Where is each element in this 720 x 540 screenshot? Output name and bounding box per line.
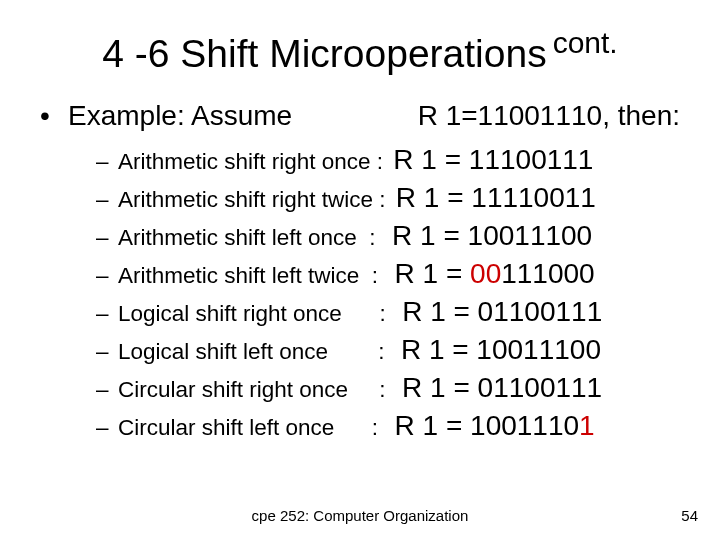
- item-result: R 1 = 11110011: [396, 182, 596, 214]
- item-result: R 1 = 00111000: [395, 258, 595, 290]
- list-item: –Arithmetic shift right twice : R 1 = 11…: [96, 182, 680, 214]
- dash-icon: –: [96, 225, 118, 251]
- list-item: –Logical shift left once : R 1 = 1001110…: [96, 334, 680, 366]
- item-label: Arithmetic shift right twice :: [118, 187, 392, 213]
- item-label: Arithmetic shift left once :: [118, 225, 388, 251]
- slide: 4 -6 Shift Microoperationscont. • Exampl…: [0, 0, 720, 540]
- slide-title: 4 -6 Shift Microoperationscont.: [40, 26, 680, 76]
- dash-icon: –: [96, 187, 118, 213]
- dash-icon: –: [96, 263, 118, 289]
- shift-list: –Arithmetic shift right once : R 1 = 111…: [40, 144, 680, 442]
- item-result: R 1 = 11100111: [393, 144, 593, 176]
- list-item: –Arithmetic shift left once : R 1 = 1001…: [96, 220, 680, 252]
- dash-icon: –: [96, 339, 118, 365]
- list-item: –Circular shift right once : R 1 = 01100…: [96, 372, 680, 404]
- list-item: –Arithmetic shift right once : R 1 = 111…: [96, 144, 680, 176]
- dash-icon: –: [96, 415, 118, 441]
- item-label: Logical shift left once :: [118, 339, 397, 365]
- highlight: 00: [470, 258, 501, 289]
- item-result: R 1 = 10011100: [401, 334, 601, 366]
- example-text: Example: Assume R 1=11001110, then:: [68, 100, 680, 132]
- example-condition: R 1=11001110, then:: [418, 100, 680, 132]
- page-number: 54: [681, 507, 698, 524]
- highlight: 1: [579, 410, 595, 441]
- item-label: Arithmetic shift left twice :: [118, 263, 391, 289]
- item-label: Arithmetic shift right once :: [118, 149, 389, 175]
- dash-icon: –: [96, 301, 118, 327]
- dash-icon: –: [96, 149, 118, 175]
- bullet-icon: •: [40, 100, 68, 132]
- item-label: Circular shift left once :: [118, 415, 391, 441]
- item-result: R 1 = 01100111: [402, 296, 602, 328]
- dash-icon: –: [96, 377, 118, 403]
- item-result: R 1 = 01100111: [402, 372, 602, 404]
- list-item: –Circular shift left once : R 1 = 100111…: [96, 410, 680, 442]
- title-sup: cont.: [553, 26, 618, 59]
- item-result: R 1 = 10011100: [392, 220, 592, 252]
- title-main: 4 -6 Shift Microoperations: [102, 32, 546, 75]
- footer-text: cpe 252: Computer Organization: [0, 507, 720, 524]
- list-item: –Arithmetic shift left twice : R 1 = 001…: [96, 258, 680, 290]
- example-prefix: Example: Assume: [68, 100, 292, 132]
- item-result: R 1 = 10011101: [395, 410, 595, 442]
- item-label: Circular shift right once :: [118, 377, 398, 403]
- item-label: Logical shift right once :: [118, 301, 398, 327]
- list-item: –Logical shift right once : R 1 = 011001…: [96, 296, 680, 328]
- example-line: • Example: Assume R 1=11001110, then:: [40, 100, 680, 132]
